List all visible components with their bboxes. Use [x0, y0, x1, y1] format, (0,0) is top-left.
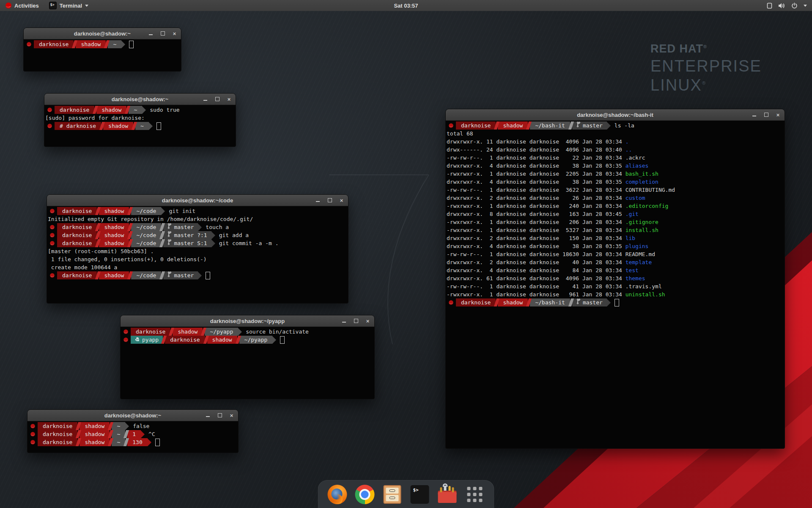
prompt-segment-path: ~/code [131, 223, 161, 231]
terminal-content[interactable]: darknoiseshadow~/bash-itmasterls -latota… [446, 121, 785, 448]
terminal-content[interactable]: darknoiseshadow~ [24, 39, 181, 71]
prompt-segment-text: shadow [104, 271, 124, 279]
prompt-segment-text: shadow [85, 438, 104, 446]
prompt-segment-path: ~/bash-it [530, 298, 570, 306]
file-name: .git [625, 210, 639, 218]
prompt-segment-exit: 1 [127, 430, 141, 438]
window-titlebar[interactable]: darknoise@shadow:~/code× [47, 195, 348, 206]
activities-label: Activities [14, 3, 39, 9]
window-title: darknoise@shadow:~/pyapp [210, 318, 285, 324]
close-button[interactable]: × [365, 318, 370, 324]
command-text: touch a [206, 223, 229, 231]
redhat-prompt-icon [47, 123, 52, 129]
dock-toolbox[interactable] [438, 485, 457, 504]
minimize-button[interactable] [752, 112, 757, 118]
dock-terminal[interactable]: $> [410, 485, 430, 504]
terminal-content[interactable]: darknoiseshadow~/pyappsource bin/activat… [121, 327, 374, 399]
maximize-button[interactable] [217, 413, 222, 418]
output-text: Initialized empty Git repository in /hom… [48, 215, 253, 223]
terminal-content[interactable]: darknoiseshadow~/codegit initInitialized… [47, 206, 348, 303]
prompt-segment-path: ~/code [131, 207, 161, 215]
system-status-area[interactable] [762, 0, 812, 11]
prompt-segment-text: darknoise [43, 422, 72, 430]
prompt-segment-text: ~/code [136, 231, 156, 239]
maximize-button[interactable] [763, 112, 769, 118]
prompt-segment-host: shadow [99, 271, 129, 279]
terminal-prompt-line: darknoiseshadow~/codemaster [48, 271, 348, 279]
prompt-segment-git: master ?:1 [163, 231, 211, 239]
dock-chrome[interactable] [355, 485, 375, 504]
file-listing-row: drwxrwxr-x. 2 darknoise darknoise 40 Jan… [447, 258, 785, 266]
dock-files[interactable] [383, 485, 402, 504]
redhat-prompt-icon [448, 300, 454, 305]
dock-app-grid[interactable] [465, 485, 485, 504]
terminal-prompt-line: # darknoiseshadow~ [45, 122, 236, 130]
terminal-prompt-line: darknoiseshadow~/pyappsource bin/activat… [121, 328, 374, 336]
terminal-content[interactable]: darknoiseshadow~sudo true[sudo] password… [44, 105, 236, 146]
prompt-segment-text: shadow [85, 422, 104, 430]
minimize-button[interactable] [203, 97, 208, 102]
prompt-segment-text: pyapp [142, 336, 159, 344]
maximize-button[interactable] [327, 198, 332, 203]
terminal-content[interactable]: darknoiseshadow~falsedarknoiseshadow~1^C… [27, 421, 238, 453]
dock-firefox[interactable] [328, 485, 347, 504]
file-listing-row: -rw-rw-r--. 1 darknoise darknoise 3622 J… [447, 186, 785, 194]
prompt-segment-git: master S:1 [163, 239, 211, 247]
file-name: CONTRIBUTING.md [625, 186, 675, 194]
chevron-down-icon [804, 5, 807, 7]
file-cabinet-icon [384, 485, 401, 504]
window-title: darknoise@shadow:~/code [162, 197, 233, 204]
file-name: .editorconfig [625, 202, 669, 210]
output-text: [master (root-commit) 50bcb63] . [48, 247, 154, 255]
output-text: 1 file changed, 0 insertions(+), 0 delet… [48, 255, 207, 263]
prompt-segment-path: ~ [112, 422, 125, 430]
terminal-window-term-sudo: darknoise@shadow:~×darknoiseshadow~sudo … [44, 93, 236, 147]
prompt-segment-user: darknoise [131, 328, 170, 336]
window-titlebar[interactable]: darknoise@shadow:~× [27, 410, 238, 421]
prompt-segment-text: shadow [104, 223, 124, 231]
maximize-button[interactable] [214, 97, 220, 102]
prompt-segment-text: ~/pyapp [210, 328, 233, 336]
listing-columns: -rw-rw-r--. 1 darknoise darknoise 18630 … [447, 250, 625, 258]
prompt-segment-text: shadow [104, 231, 124, 239]
close-button[interactable]: × [172, 31, 177, 36]
terminal-cursor [614, 299, 619, 306]
close-button[interactable]: × [229, 413, 234, 418]
brand-line-linux: LINUX® [650, 76, 762, 94]
close-button[interactable]: × [226, 97, 232, 102]
app-menu-terminal[interactable]: $> Terminal [44, 0, 93, 11]
minimize-button[interactable] [205, 413, 211, 418]
terminal-window-term-home-small: darknoise@shadow:~×darknoiseshadow~ [23, 28, 181, 72]
activities-button[interactable]: Activities [0, 0, 44, 11]
prompt-segment-text: darknoise [60, 106, 89, 114]
minimize-button[interactable] [341, 318, 347, 324]
command-text: git add a [219, 231, 249, 239]
file-listing-row: -rwxrwxr-x. 1 darknoise darknoise 961 Ja… [447, 290, 785, 298]
file-name: bash_it.sh [625, 170, 658, 178]
close-button[interactable]: × [775, 112, 781, 118]
maximize-button[interactable] [353, 318, 359, 324]
prompt-segment-path: ~/bash-it [530, 121, 570, 130]
window-titlebar[interactable]: darknoise@shadow:~/pyapp× [121, 315, 374, 327]
prompt-segment-host: shadow [99, 207, 129, 215]
close-button[interactable]: × [339, 198, 344, 203]
maximize-button[interactable] [160, 31, 165, 36]
window-titlebar[interactable]: darknoise@shadow:~× [44, 94, 236, 105]
window-titlebar[interactable]: darknoise@shadow:~× [24, 28, 181, 39]
window-controls: × [148, 28, 177, 39]
prompt-segment-text: shadow [212, 336, 232, 344]
prompt-segment-text: darknoise [39, 40, 69, 48]
prompt-segment-text: # darknoise [60, 122, 96, 130]
prompt-segment-host: shadow [80, 438, 110, 446]
minimize-button[interactable] [315, 198, 321, 203]
file-listing-row: -rw-rw-r--. 1 darknoise darknoise 18630 … [447, 250, 785, 258]
clock[interactable]: Sat 03:57 [394, 0, 418, 11]
terminal-output-line: 1 file changed, 0 insertions(+), 0 delet… [48, 255, 348, 263]
volume-icon [778, 3, 785, 9]
git-branch-icon [576, 121, 581, 130]
output-text: total 68 [447, 130, 473, 138]
window-titlebar[interactable]: darknoise@shadow:~/bash-it× [446, 109, 785, 121]
prompt-segment-host: shadow [96, 106, 126, 114]
git-branch-icon [167, 231, 172, 239]
minimize-button[interactable] [148, 31, 154, 36]
